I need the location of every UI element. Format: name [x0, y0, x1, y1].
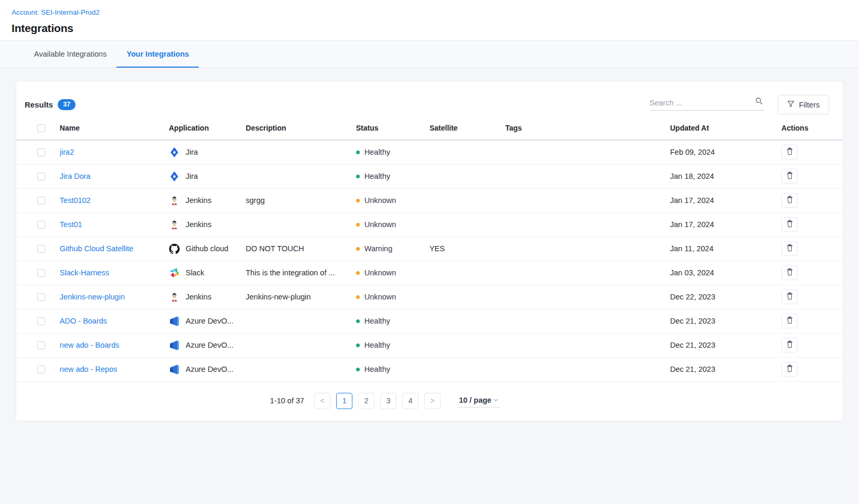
column-header-tags[interactable]: Tags — [505, 124, 670, 140]
delete-integration-button[interactable] — [781, 241, 798, 256]
row-checkbox[interactable] — [37, 173, 45, 180]
search-input[interactable] — [650, 99, 749, 107]
delete-integration-button[interactable] — [781, 338, 798, 352]
row-tags-cell — [505, 285, 670, 309]
integration-name-link[interactable]: new ado - Repos — [60, 365, 117, 373]
status-label: Healthy — [364, 317, 390, 325]
row-checkbox[interactable] — [37, 221, 45, 229]
row-status-cell: Healthy — [356, 140, 430, 164]
delete-integration-button[interactable] — [781, 169, 798, 184]
delete-integration-button[interactable] — [781, 193, 798, 208]
integration-name-link[interactable]: Jenkins-new-plugin — [60, 293, 125, 301]
row-select-cell — [16, 309, 60, 333]
row-application-cell: Azure DevO... — [169, 357, 246, 381]
row-status-cell: Warning — [356, 237, 430, 261]
column-header-satellite[interactable]: Satellite — [430, 124, 505, 140]
application-label: Jenkins — [186, 196, 211, 205]
delete-integration-button[interactable] — [781, 362, 798, 377]
status-dot-icon — [356, 271, 360, 275]
tab-available-integrations[interactable]: Available Integrations — [24, 41, 116, 68]
row-updated-at-cell: Jan 11, 2024 — [670, 237, 781, 261]
status-dot-icon — [356, 247, 360, 251]
status-dot-icon — [356, 344, 360, 347]
row-select-cell — [16, 140, 60, 164]
row-checkbox[interactable] — [37, 148, 45, 156]
row-satellite-cell — [430, 261, 505, 285]
row-name-cell: new ado - Repos — [60, 357, 169, 381]
status-dot-icon — [356, 319, 360, 323]
integration-name-link[interactable]: Jira Dora — [60, 172, 91, 180]
column-header-application[interactable]: Application — [169, 124, 246, 140]
row-name-cell: jira2 — [60, 140, 169, 164]
row-actions-cell — [781, 140, 843, 164]
row-actions-cell — [781, 333, 843, 357]
row-name-cell: Jenkins-new-plugin — [60, 285, 169, 309]
row-application-cell: Jira — [169, 140, 246, 164]
row-actions-cell — [781, 237, 843, 261]
select-all-checkbox[interactable] — [37, 124, 45, 132]
row-satellite-cell — [430, 285, 505, 309]
integration-name-link[interactable]: ADO - Boards — [60, 317, 107, 325]
status-label: Healthy — [364, 365, 390, 373]
integration-name-link[interactable]: Test01 — [60, 220, 82, 229]
pagination-page-4[interactable]: 4 — [402, 393, 418, 409]
integration-name-link[interactable]: Github Cloud Satellite — [60, 244, 133, 253]
delete-integration-button[interactable] — [781, 217, 798, 232]
row-checkbox[interactable] — [37, 317, 45, 325]
row-updated-at-cell: Jan 18, 2024 — [670, 164, 781, 188]
pagination-next-button[interactable]: > — [424, 393, 441, 409]
page-title: Integrations — [12, 22, 847, 35]
search-field-wrapper[interactable] — [650, 99, 764, 111]
row-checkbox[interactable] — [37, 245, 45, 253]
integration-name-link[interactable]: Test0102 — [60, 196, 91, 205]
page-size-selector[interactable]: 10 / page — [458, 394, 500, 408]
filters-button[interactable]: Filters — [778, 95, 829, 114]
delete-integration-button[interactable] — [781, 145, 798, 159]
column-header-description[interactable]: Description — [246, 124, 356, 140]
delete-integration-button[interactable] — [781, 289, 798, 304]
updated-at-text: Dec 21, 2023 — [670, 341, 715, 349]
row-tags-cell — [505, 261, 670, 285]
row-checkbox[interactable] — [37, 366, 45, 373]
row-tags-cell — [505, 357, 670, 381]
application-label: Github cloud — [186, 244, 228, 253]
table-row: Test0102JenkinssgrggUnknownJan 17, 2024 — [16, 188, 843, 212]
pagination-page-3[interactable]: 3 — [380, 393, 396, 409]
row-satellite-cell — [430, 164, 505, 188]
row-status-cell: Unknown — [356, 285, 430, 309]
row-actions-cell — [781, 188, 843, 212]
row-checkbox[interactable] — [37, 293, 45, 301]
pagination-prev-button[interactable]: < — [314, 393, 330, 409]
application-label: Azure DevO... — [186, 365, 233, 373]
table-row: ADO - BoardsAzure DevO...HealthyDec 21, … — [16, 309, 843, 333]
pagination-page-2[interactable]: 2 — [358, 393, 374, 409]
results-label: Results — [25, 100, 53, 109]
integration-name-link[interactable]: jira2 — [60, 148, 74, 156]
results-group: Results 37 — [25, 99, 76, 110]
column-header-status[interactable]: Status — [356, 124, 430, 140]
row-checkbox[interactable] — [37, 197, 45, 205]
row-application-cell: Github cloud — [169, 237, 246, 261]
status-label: Warning — [364, 244, 392, 253]
column-header-updated-at[interactable]: Updated At — [670, 124, 781, 140]
slack-icon — [169, 267, 180, 278]
github-icon — [169, 243, 180, 254]
tab-your-integrations[interactable]: Your Integrations — [116, 41, 199, 68]
delete-integration-button[interactable] — [781, 314, 798, 328]
row-checkbox[interactable] — [37, 269, 45, 277]
tab-bar: Available Integrations Your Integrations — [0, 41, 859, 68]
delete-integration-button[interactable] — [781, 265, 798, 280]
azure-devops-icon — [169, 363, 180, 375]
description-text: This is the integration of ... — [246, 269, 346, 277]
integration-name-link[interactable]: new ado - Boards — [60, 341, 120, 349]
row-application-cell: Jenkins — [169, 212, 246, 237]
integration-name-link[interactable]: Slack-Harness — [60, 269, 109, 277]
row-checkbox[interactable] — [37, 341, 45, 349]
application-label: Jenkins — [186, 293, 211, 301]
row-description-cell: sgrgg — [246, 188, 356, 212]
pagination-page-1[interactable]: 1 — [336, 393, 352, 409]
column-header-name[interactable]: Name — [60, 124, 169, 140]
account-breadcrumb-link[interactable]: Account: SEI-Internal-Prod2 — [12, 8, 100, 17]
select-all-header — [16, 124, 60, 140]
status-dot-icon — [356, 295, 360, 299]
